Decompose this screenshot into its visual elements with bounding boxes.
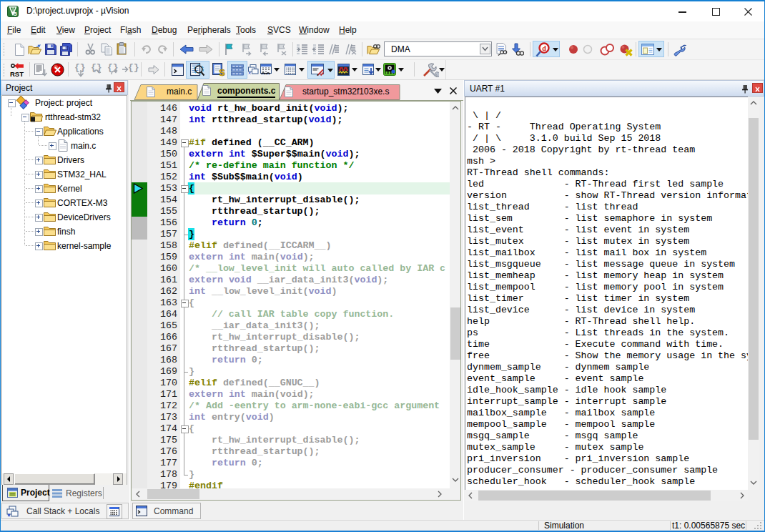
svg-text:d: d [542, 44, 546, 52]
svg-text:S: S [219, 67, 225, 77]
svg-text:5: 5 [14, 11, 17, 17]
svg-text:RST: RST [10, 70, 24, 78]
